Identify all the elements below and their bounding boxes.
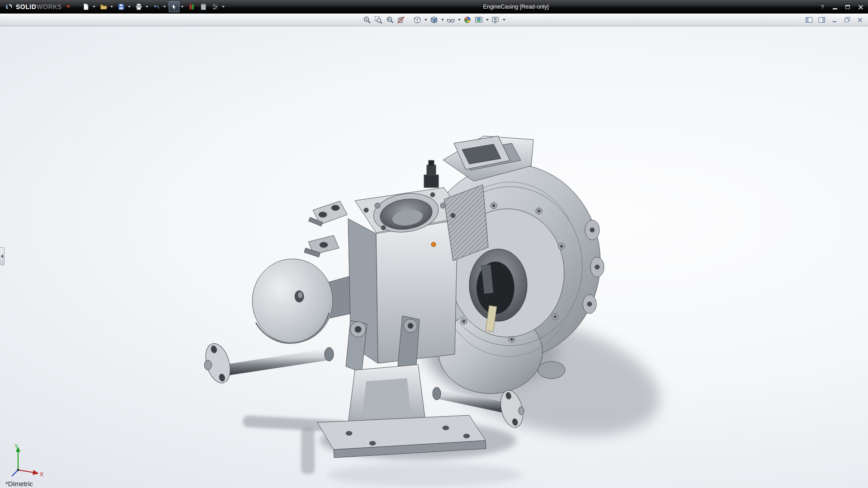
close-document-button[interactable] — [855, 16, 864, 24]
stoplight-icon — [188, 3, 195, 10]
edit-appearance-icon — [463, 16, 472, 24]
document-title: EngineCasing [Read-only] — [483, 0, 548, 14]
select-tool-button[interactable] — [169, 1, 179, 12]
view-orientation-icon — [413, 16, 421, 24]
print-button[interactable] — [133, 1, 144, 12]
panel-left-button[interactable] — [805, 16, 814, 24]
close-icon — [858, 5, 863, 9]
maximize-app-button[interactable] — [843, 2, 853, 11]
panel-right-icon — [818, 17, 826, 23]
maximize-icon — [845, 5, 850, 9]
previous-view-button[interactable] — [384, 14, 395, 25]
y-axis-label: Y — [14, 443, 18, 450]
undo-dropdown[interactable] — [162, 1, 168, 12]
x-axis-arrow — [33, 470, 39, 475]
save-dropdown[interactable] — [127, 1, 132, 12]
minimize-icon — [833, 8, 837, 9]
engine-casing-model[interactable] — [172, 117, 687, 488]
flywheel-disc[interactable] — [252, 259, 357, 343]
print-dropdown[interactable] — [144, 1, 150, 12]
heads-up-toolbar-band — [0, 14, 868, 26]
restore-document-button[interactable] — [843, 16, 852, 24]
new-document-button[interactable] — [80, 1, 91, 12]
open-icon — [100, 3, 107, 10]
reference-triad: Y X — [6, 442, 47, 481]
minimize-app-button[interactable] — [830, 2, 840, 11]
task-pane-button[interactable] — [198, 1, 209, 12]
display-style-icon — [430, 16, 438, 24]
print-icon — [135, 3, 142, 10]
previous-view-icon — [386, 16, 394, 24]
new-document-icon — [82, 3, 90, 10]
ds-logo-icon — [5, 3, 14, 10]
featuremanager-flyout-tab[interactable] — [0, 247, 5, 265]
view-orientation-button[interactable] — [412, 14, 423, 25]
apply-scene-icon — [475, 16, 483, 24]
minimize-icon — [831, 17, 838, 23]
select-icon — [170, 3, 178, 10]
main-toolbar — [80, 1, 226, 12]
close-icon — [857, 17, 863, 23]
titlebar: SOLID WORKS — [0, 0, 868, 14]
heads-up-view-toolbar — [362, 14, 506, 25]
view-orientation-dropdown[interactable] — [423, 14, 428, 25]
section-view-button[interactable] — [396, 14, 406, 25]
select-tool-dropdown[interactable] — [179, 1, 185, 12]
view-settings-dropdown[interactable] — [501, 14, 506, 25]
display-style-dropdown[interactable] — [440, 14, 445, 25]
chevron-left-icon — [1, 254, 3, 258]
open-dropdown[interactable] — [109, 1, 115, 12]
open-button[interactable] — [98, 1, 109, 12]
apply-scene-button[interactable] — [473, 14, 484, 25]
section-view-icon — [397, 16, 405, 24]
minimize-document-button[interactable] — [830, 16, 839, 24]
solidworks-menu-arrow[interactable] — [66, 5, 71, 8]
edit-appearance-button[interactable] — [462, 14, 473, 25]
zoom-to-area-icon — [374, 16, 382, 24]
document-window-controls — [805, 14, 864, 26]
graphics-viewport[interactable]: Y X *Dimetric — [0, 27, 868, 488]
restore-icon — [844, 17, 850, 23]
left-support-shaft[interactable] — [202, 341, 334, 386]
undo-icon — [153, 3, 160, 10]
task-pane-icon — [200, 3, 207, 10]
apply-scene-dropdown[interactable] — [485, 14, 490, 25]
options-button[interactable] — [210, 1, 221, 12]
undo-button[interactable] — [151, 1, 162, 12]
hide-show-items-icon — [447, 16, 455, 24]
zoom-to-fit-icon — [363, 16, 371, 24]
titlebar-window-controls: ? — [817, 0, 865, 14]
panel-left-icon — [806, 17, 813, 23]
help-button[interactable]: ? — [817, 2, 827, 11]
options-icon — [212, 3, 219, 10]
close-app-button[interactable] — [855, 2, 865, 11]
x-axis-label: X — [40, 471, 43, 478]
stoplight-toggle-button[interactable] — [186, 1, 197, 12]
new-document-dropdown[interactable] — [91, 1, 97, 12]
options-dropdown[interactable] — [221, 1, 226, 12]
hide-show-items-button[interactable] — [445, 14, 456, 25]
zoom-to-area-button[interactable] — [373, 14, 384, 25]
view-settings-button[interactable] — [490, 14, 501, 25]
z-axis-arrow — [12, 470, 18, 476]
origin-marker[interactable] — [431, 242, 436, 247]
save-icon — [118, 3, 125, 10]
save-button[interactable] — [116, 1, 127, 12]
zoom-to-fit-button[interactable] — [362, 14, 373, 25]
display-style-button[interactable] — [429, 14, 439, 25]
brand-name-light: WORKS — [37, 3, 61, 10]
panel-right-button[interactable] — [817, 16, 826, 24]
brand-name-bold: SOLID — [16, 3, 36, 10]
solidworks-brand: SOLID WORKS — [0, 3, 74, 10]
view-orientation-label: *Dimetric — [5, 480, 33, 488]
hide-show-items-dropdown[interactable] — [457, 14, 462, 25]
view-settings-icon — [491, 16, 500, 24]
